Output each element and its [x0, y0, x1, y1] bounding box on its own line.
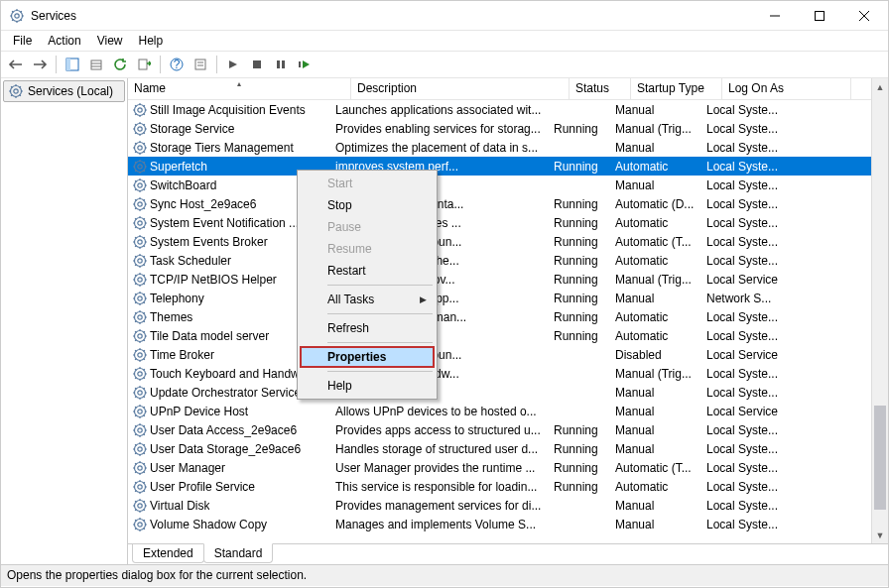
maximize-button[interactable] [797, 1, 841, 30]
properties-button[interactable] [190, 54, 211, 75]
gear-icon [132, 121, 148, 137]
table-row[interactable]: Telephonyhony API (TAPI) supp...RunningM… [128, 289, 871, 307]
menu-file[interactable]: File [5, 32, 40, 50]
pause-service-button[interactable] [270, 54, 292, 75]
export-button[interactable] [133, 54, 155, 75]
close-button[interactable] [841, 1, 886, 30]
scroll-down-button[interactable]: ▼ [872, 527, 888, 543]
sidebar-services-local[interactable]: Services (Local) [3, 80, 125, 102]
column-startup-type[interactable]: Startup Type [631, 78, 722, 99]
table-row[interactable]: Touch Keyboard and Handwriting...Keyboar… [128, 364, 871, 383]
table-row[interactable]: User Data Access_2e9ace6Provides apps ac… [128, 420, 871, 439]
content-area: Name▴ Description Status Startup Type Lo… [128, 78, 888, 564]
table-row[interactable]: Storage Tiers ManagementOptimizes the pl… [128, 138, 871, 157]
service-description: Launches applications associated wit... [329, 102, 548, 118]
vertical-scrollbar[interactable]: ▲ ▼ [871, 78, 888, 543]
table-row[interactable]: SwitchBoardManualLocal Syste... [128, 176, 871, 194]
service-startup-type: Manual [609, 140, 700, 156]
menu-action[interactable]: Action [40, 32, 88, 50]
menu-help[interactable]: Help [131, 32, 172, 50]
service-logon-as: Local Syste... [700, 253, 829, 269]
svg-rect-14 [195, 59, 205, 69]
table-row[interactable]: Time Brokerxecution of backgroun...Disab… [128, 345, 871, 364]
service-logon-as: Local Syste... [700, 309, 829, 325]
context-separator [327, 285, 433, 286]
restart-service-button[interactable] [294, 54, 316, 75]
context-refresh[interactable]: Refresh [300, 317, 435, 339]
table-row[interactable]: System Event Notification ...m events an… [128, 213, 871, 232]
column-status[interactable]: Status [570, 78, 631, 99]
refresh-button[interactable] [109, 54, 131, 75]
service-startup-type: Manual [609, 177, 700, 193]
service-startup-type: Manual [609, 404, 700, 419]
services-icon [9, 8, 25, 24]
export-list-button[interactable] [85, 54, 107, 75]
gear-icon [132, 253, 148, 269]
table-row[interactable]: Update Orchestrator Service for Win...Us… [128, 383, 871, 402]
service-logon-as: Local Syste... [700, 366, 829, 382]
service-status: Running [548, 309, 609, 325]
context-properties[interactable]: Properties [300, 346, 435, 368]
table-row[interactable]: System Events Brokerxecution of backgrou… [128, 232, 871, 251]
context-all-tasks[interactable]: All Tasks▶ [300, 289, 435, 310]
service-status: Running [548, 121, 609, 137]
minimize-button[interactable] [752, 1, 797, 30]
table-row[interactable]: Themesexperience theme man...RunningAuto… [128, 307, 871, 326]
service-startup-type: Manual [609, 102, 700, 118]
gear-icon [132, 479, 148, 495]
column-log-on-as[interactable]: Log On As [722, 78, 851, 99]
service-name: TCP/IP NetBIOS Helper [150, 273, 277, 287]
scroll-up-button[interactable]: ▲ [872, 78, 888, 95]
gear-icon [132, 196, 148, 212]
context-help[interactable]: Help [300, 375, 435, 397]
table-row[interactable]: Still Image Acquisition EventsLaunches a… [128, 100, 871, 119]
service-logon-as: Local Syste... [700, 177, 829, 193]
tab-extended[interactable]: Extended [132, 544, 204, 563]
table-row[interactable]: Storage ServiceProvides enabling service… [128, 119, 871, 138]
table-row[interactable]: Virtual DiskProvides management services… [128, 496, 871, 515]
context-stop[interactable]: Stop [300, 194, 435, 216]
scroll-thumb[interactable] [874, 406, 886, 510]
service-name: Superfetch [150, 160, 207, 174]
table-row[interactable]: Task Schedulerto configure and sche...Ru… [128, 251, 871, 270]
menu-view[interactable]: View [89, 32, 131, 50]
help-button[interactable]: ? [166, 54, 188, 75]
service-status: Running [548, 422, 609, 438]
service-startup-type: Manual [609, 517, 700, 532]
forward-button[interactable] [29, 54, 51, 75]
context-menu: Start Stop Pause Resume Restart All Task… [297, 170, 438, 400]
column-name[interactable]: Name▴ [128, 78, 351, 99]
service-status: Running [548, 272, 609, 288]
back-button[interactable] [5, 54, 27, 75]
service-startup-type: Disabled [609, 347, 700, 363]
main-area: Services (Local) Name▴ Description Statu… [1, 78, 888, 564]
service-startup-type: Manual (Trig... [609, 121, 700, 137]
table-row[interactable]: Sync Host_2e9ace6nchronizes mail, conta.… [128, 194, 871, 213]
show-hide-tree-button[interactable] [62, 54, 83, 75]
service-status: Running [548, 196, 609, 212]
table-row[interactable]: TCP/IP NetBIOS Helperrt for the NetBIOS … [128, 270, 871, 289]
toolbar-separator [216, 56, 217, 73]
start-service-button[interactable] [222, 54, 244, 75]
service-startup-type: Manual (Trig... [609, 366, 700, 382]
service-startup-type: Automatic [609, 479, 700, 495]
gear-icon [132, 366, 148, 382]
service-description: Handles storage of structured user d... [329, 441, 548, 457]
tab-standard[interactable]: Standard [203, 543, 274, 563]
table-row[interactable]: User Data Storage_2e9ace6Handles storage… [128, 439, 871, 458]
table-row[interactable]: User ManagerUser Manager provides the ru… [128, 458, 871, 477]
service-name: SwitchBoard [150, 178, 216, 192]
table-row[interactable]: UPnP Device HostAllows UPnP devices to b… [128, 402, 871, 420]
stop-service-button[interactable] [246, 54, 268, 75]
service-logon-as: Local Syste... [700, 234, 829, 250]
gear-icon [132, 309, 148, 325]
table-row[interactable]: Superfetch improves system perf...Runnin… [128, 157, 871, 176]
svg-rect-11 [139, 59, 147, 69]
table-row[interactable]: Tile Data model servertile updates.Runni… [128, 326, 871, 345]
context-restart[interactable]: Restart [300, 260, 435, 282]
table-row[interactable]: User Profile ServiceThis service is resp… [128, 477, 871, 496]
column-description[interactable]: Description [351, 78, 570, 99]
table-row[interactable]: Volume Shadow CopyManages and implements… [128, 515, 871, 533]
service-logon-as: Local Syste... [700, 385, 829, 401]
svg-rect-18 [277, 60, 280, 68]
